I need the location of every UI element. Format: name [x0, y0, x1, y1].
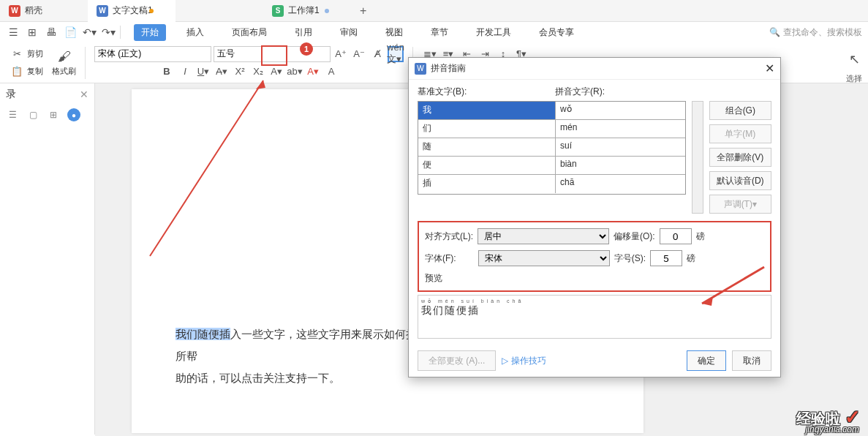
- nav-icon-3[interactable]: ⊞: [47, 108, 60, 121]
- shrink-font-icon[interactable]: A⁻: [351, 46, 367, 62]
- tips-link[interactable]: ▷ 操作技巧: [502, 355, 546, 367]
- grow-font-icon[interactable]: A⁺: [333, 46, 349, 62]
- size-input[interactable]: [650, 250, 682, 266]
- base-cell[interactable]: 插: [418, 175, 556, 193]
- brush-group[interactable]: 🖌 格式刷: [49, 48, 79, 77]
- tab-insert[interactable]: 插入: [179, 24, 211, 41]
- pinyin-table[interactable]: 我 wǒ 们 mén 随 suí 便 biàn 插 chā: [418, 101, 686, 195]
- tab-label: 工作簿1: [288, 4, 320, 17]
- close-icon[interactable]: ✕: [765, 61, 774, 75]
- annotation-badge-1: 1: [300, 42, 313, 56]
- table-row[interactable]: 我 wǒ: [418, 102, 685, 120]
- tab-label: 稻壳: [25, 4, 42, 17]
- nav-icon-2[interactable]: ▢: [26, 108, 39, 121]
- tab-label: 文字文稿1: [113, 4, 153, 17]
- pinyin-cell[interactable]: wǒ: [556, 102, 685, 119]
- align-label: 对齐方式(L):: [425, 230, 473, 243]
- annotation-arrow-1: [143, 73, 274, 263]
- single-button[interactable]: 单字(M): [709, 124, 771, 143]
- clear-format-icon[interactable]: A̸: [369, 46, 385, 62]
- base-cell[interactable]: 便: [418, 157, 556, 174]
- base-text-label: 基准文字(B):: [418, 86, 555, 98]
- nav-icon-4[interactable]: ●: [67, 108, 80, 121]
- tab-start[interactable]: 开始: [134, 24, 166, 41]
- tab-sheet1[interactable]: S 工作簿1: [263, 0, 351, 22]
- base-cell[interactable]: 我: [418, 102, 556, 119]
- redo-icon[interactable]: ↷▾: [101, 25, 116, 40]
- save-as-icon[interactable]: 🖶: [44, 25, 59, 40]
- tab-member[interactable]: 会员专享: [532, 24, 581, 41]
- close-icon[interactable]: ✕: [80, 89, 88, 100]
- font-size-select[interactable]: [214, 46, 331, 62]
- table-row[interactable]: 随 suí: [418, 138, 685, 157]
- search-icon: 🔍: [769, 27, 780, 37]
- font-color-icon[interactable]: A▾: [305, 64, 321, 80]
- unit-label: 磅: [687, 252, 695, 265]
- change-all-button[interactable]: 全部更改 (A)...: [418, 350, 496, 371]
- print-icon[interactable]: 📄: [63, 25, 78, 40]
- offset-input[interactable]: [660, 228, 692, 244]
- modified-dot: [149, 9, 154, 13]
- phonetic-guide-button[interactable]: wén文▾: [388, 46, 404, 62]
- svg-marker-1: [256, 80, 265, 89]
- table-row[interactable]: 们 mén: [418, 120, 685, 138]
- tab-chapter[interactable]: 章节: [423, 24, 456, 41]
- dialog-titlebar[interactable]: W 拼音指南 ✕: [409, 58, 780, 80]
- new-icon[interactable]: ⊞: [25, 25, 39, 40]
- clipboard-group: ✂ 剪切 📋 复制: [6, 46, 46, 80]
- panel-title: 录: [6, 88, 16, 101]
- tab-dev[interactable]: 开发工具: [469, 24, 518, 41]
- cursor-icon[interactable]: ↖: [849, 51, 860, 67]
- font-select[interactable]: 宋体: [478, 250, 610, 266]
- delete-all-button[interactable]: 全部删除(V): [709, 148, 771, 167]
- separator: [85, 47, 86, 79]
- table-row[interactable]: 插 chā: [418, 175, 685, 193]
- font-name-select[interactable]: [94, 46, 211, 62]
- pinyin-cell[interactable]: suí: [556, 138, 685, 156]
- default-reading-button[interactable]: 默认读音(D): [709, 171, 771, 190]
- ok-button[interactable]: 确定: [687, 350, 726, 371]
- pinyin-cell[interactable]: mén: [556, 120, 685, 138]
- copy-icon[interactable]: 📋: [9, 64, 25, 80]
- tab-reference[interactable]: 引用: [287, 24, 320, 41]
- char-border-icon[interactable]: A: [323, 64, 339, 80]
- annotation-arrow-2: [691, 263, 771, 315]
- cut-icon[interactable]: ✂: [9, 46, 25, 62]
- align-select[interactable]: 居中: [478, 228, 609, 244]
- scrollbar[interactable]: [692, 101, 703, 214]
- pinyin-cell[interactable]: chā: [556, 175, 685, 193]
- add-tab-button[interactable]: +: [351, 4, 375, 18]
- pinyin-cell[interactable]: biàn: [556, 157, 685, 174]
- tab-layout[interactable]: 页面布局: [224, 24, 274, 41]
- quick-access-toolbar: ☰ ⊞ 🖶 📄 ↶▾ ↷▾ 开始 插入 页面布局 引用 审阅 视图 章节 开发工…: [0, 22, 868, 42]
- nav-icon-1[interactable]: ☰: [6, 108, 19, 121]
- word-icon: W: [97, 5, 108, 17]
- base-cell[interactable]: 随: [418, 138, 556, 156]
- cancel-button[interactable]: 取消: [732, 350, 771, 371]
- undo-icon[interactable]: ↶▾: [82, 25, 97, 40]
- tab-review[interactable]: 审阅: [333, 24, 365, 41]
- cut-label: 剪切: [27, 48, 43, 59]
- combine-button[interactable]: 组合(G): [709, 101, 771, 120]
- font-label: 字体(F):: [425, 252, 456, 265]
- svg-marker-3: [702, 296, 713, 306]
- tab-view[interactable]: 视图: [378, 24, 410, 41]
- save-icon[interactable]: ☰: [6, 25, 20, 40]
- app-icon: W: [9, 5, 20, 17]
- tab-doc1[interactable]: W 文字文稿1: [88, 0, 176, 22]
- base-cell[interactable]: 们: [418, 120, 556, 138]
- tone-button[interactable]: 声调(T) ▾: [709, 195, 771, 214]
- copy-label: 复制: [27, 66, 43, 77]
- dialog-icon: W: [415, 63, 426, 75]
- dialog-footer: 全部更改 (A)... ▷ 操作技巧 确定 取消: [409, 345, 780, 377]
- select-label[interactable]: 选择: [846, 73, 862, 84]
- unit-label: 磅: [696, 230, 705, 243]
- table-row[interactable]: 便 biàn: [418, 157, 685, 175]
- svg-line-0: [150, 80, 263, 256]
- highlight-icon[interactable]: ab▾: [287, 64, 303, 80]
- brush-icon: 🖌: [56, 48, 72, 64]
- search-box[interactable]: 🔍 查找命令、搜索模板: [769, 26, 862, 39]
- separator: [120, 26, 121, 39]
- tab-home[interactable]: W 稻壳: [0, 0, 88, 22]
- ribbon-tabs: 开始 插入 页面布局 引用 审阅 视图 章节 开发工具 会员专享: [134, 24, 581, 41]
